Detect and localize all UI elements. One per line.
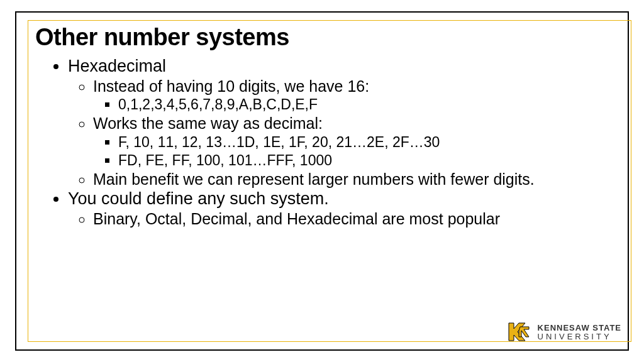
slide-content: Other number systems Hexadecimal Instead… <box>35 24 609 342</box>
logo-line2: UNIVERSITY <box>538 332 621 341</box>
logo-line1: KENNESAW STATE <box>538 324 621 332</box>
university-logo: KENNESAW STATE UNIVERSITY <box>505 318 621 346</box>
bullet-hexadecimal: Hexadecimal Instead of having 10 digits,… <box>68 56 609 189</box>
sub-benefit: Main benefit we can represent larger num… <box>93 170 609 189</box>
bullet-list: Hexadecimal Instead of having 10 digits,… <box>35 56 609 229</box>
slide-title: Other number systems <box>35 24 609 51</box>
subsublist-works: F, 10, 11, 12, 13…1D, 1E, 1F, 20, 21…2E,… <box>93 133 609 170</box>
bullet-anysystem: You could define any such system. Binary… <box>68 189 609 228</box>
subsub-works-seq2: FD, FE, FF, 100, 101…FFF, 1000 <box>118 151 609 170</box>
subsub-digits-list: 0,1,2,3,4,5,6,7,8,9,A,B,C,D,E,F <box>118 96 609 114</box>
subsub-works-seq1: F, 10, 11, 12, 13…1D, 1E, 1F, 20, 21…2E,… <box>118 133 609 151</box>
sub-popular: Binary, Octal, Decimal, and Hexadecimal … <box>93 209 609 229</box>
sub-works-intro: Works the same way as decimal: F, 10, 11… <box>93 114 609 169</box>
bullet-anysystem-label: You could define any such system. <box>68 189 329 208</box>
sub-digits-intro-text: Instead of having 10 digits, we have 16: <box>93 77 369 95</box>
sub-works-intro-text: Works the same way as decimal: <box>93 114 323 132</box>
sub-digits-intro: Instead of having 10 digits, we have 16:… <box>93 77 609 114</box>
logo-text: KENNESAW STATE UNIVERSITY <box>538 324 621 341</box>
bullet-hexadecimal-label: Hexadecimal <box>68 57 166 75</box>
subsublist-digits: 0,1,2,3,4,5,6,7,8,9,A,B,C,D,E,F <box>93 96 609 114</box>
slide-outer-frame: Other number systems Hexadecimal Instead… <box>15 11 629 351</box>
sublist-hexadecimal: Instead of having 10 digits, we have 16:… <box>68 77 609 189</box>
logo-mark-icon <box>505 318 533 346</box>
sublist-anysystem: Binary, Octal, Decimal, and Hexadecimal … <box>68 209 609 229</box>
